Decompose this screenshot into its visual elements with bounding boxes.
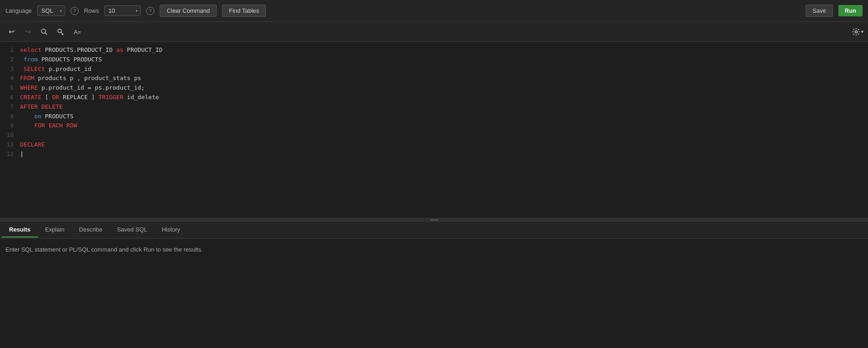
divider-handle [430,219,439,221]
code-content[interactable]: select PRODUCTS.PRODUCT_ID as PRODUCT_ID… [18,42,868,218]
tab-describe[interactable]: Describe [72,222,110,237]
code-line-4: FROM products p , product_stats ps [20,74,868,83]
code-line-9: FOR EACH ROW [20,121,868,131]
code-line-12 [20,150,868,159]
code-line-1: select PRODUCTS.PRODUCT_ID as PRODUCT_ID [20,45,868,55]
svg-text:A=: A= [74,29,81,35]
key-button[interactable] [54,25,67,39]
svg-line-1 [45,33,47,35]
code-line-11: DECLARE [20,140,868,150]
bottom-content: Enter SQL statement or PL/SQL command an… [0,239,868,348]
settings-button[interactable]: ▾ [852,28,863,36]
redo-button[interactable]: ↪ [21,25,35,39]
tab-explain[interactable]: Explain [38,222,72,237]
tab-history[interactable]: History [154,222,187,237]
result-message: Enter SQL statement or PL/SQL command an… [0,239,868,260]
code-line-10 [20,131,868,140]
undo-button[interactable]: ↩ [5,25,18,39]
top-toolbar: Language SQL ▾ ? Rows 10 ▾ ? Clear Comma… [0,0,868,22]
svg-point-6 [855,30,858,33]
settings-chevron-icon: ▾ [861,29,863,34]
rows-help-icon[interactable]: ? [146,7,154,15]
editor-controls-toolbar: ↩ ↪ A= ▾ [0,22,868,42]
run-button[interactable]: Run [838,5,863,16]
tab-results[interactable]: Results [2,222,38,237]
language-help-icon[interactable]: ? [71,7,79,15]
search-button[interactable] [37,25,51,39]
code-line-6: CREATE [ OR REPLACE ] TRIGGER id_delete [20,93,868,102]
code-line-2: from PRODUCTS PRODUCTS [20,55,868,65]
language-select-wrapper[interactable]: SQL ▾ [37,5,65,16]
save-button[interactable]: Save [806,5,833,17]
bottom-panel: ResultsExplainDescribeSaved SQLHistory E… [0,222,868,348]
code-line-5: WHERE p.product_id = ps.product_id; [20,83,868,93]
editor-area: 123456789101112 select PRODUCTS.PRODUCT_… [0,42,868,218]
tab-saved-sql[interactable]: Saved SQL [110,222,155,237]
rows-label: Rows [84,7,99,14]
panel-divider[interactable] [0,218,868,222]
tabs-bar: ResultsExplainDescribeSaved SQLHistory [0,222,868,239]
find-tables-button[interactable]: Find Tables [222,5,266,17]
rows-select[interactable]: 10 [104,5,141,16]
rows-select-wrapper[interactable]: 10 ▾ [104,5,141,16]
clear-command-button[interactable]: Clear Command [160,5,217,17]
code-line-8: on PRODUCTS [20,112,868,121]
line-numbers: 123456789101112 [0,42,18,218]
code-line-3: SELECt p.product_id [20,65,868,74]
language-select[interactable]: SQL [37,5,65,16]
language-label: Language [5,7,32,14]
format-button[interactable]: A= [70,25,84,39]
code-line-7: AFTER DELETE [20,102,868,112]
